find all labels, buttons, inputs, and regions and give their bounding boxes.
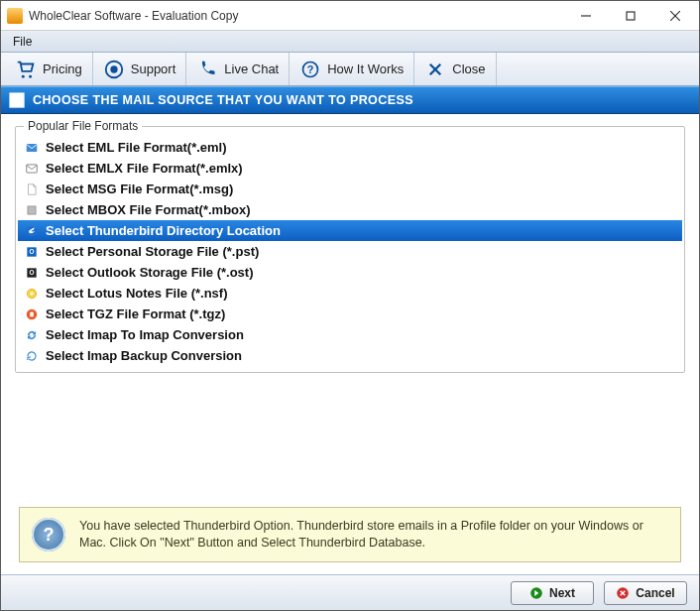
pricing-label: Pricing <box>43 61 82 76</box>
format-row[interactable]: Select Lotus Notes File (*.nsf) <box>18 283 682 304</box>
format-row-label: Select Lotus Notes File (*.nsf) <box>46 286 227 301</box>
format-row-label: Select Outlook Storage File (*.ost) <box>46 265 253 280</box>
livechat-button[interactable]: Live Chat <box>186 53 290 85</box>
backup-icon <box>24 348 40 364</box>
next-label: Next <box>549 586 575 600</box>
cancel-x-icon <box>616 586 630 600</box>
svg-rect-14 <box>28 205 36 213</box>
svg-rect-23 <box>30 311 34 316</box>
lotus-icon <box>24 286 40 302</box>
toolbar-close-label: Close <box>452 61 485 76</box>
cancel-button[interactable]: Cancel <box>604 581 687 605</box>
app-window: WholeClear Software - Evaluation Copy Fi… <box>0 0 700 611</box>
next-button[interactable]: Next <box>511 581 594 605</box>
livechat-label: Live Chat <box>224 61 279 76</box>
window-controls <box>563 1 697 30</box>
phone-icon <box>196 59 218 80</box>
format-row[interactable]: OSelect Personal Storage File (*.pst) <box>18 241 682 262</box>
spacer <box>15 373 685 501</box>
header-icon <box>9 92 25 108</box>
footer-bar: Next Cancel <box>1 574 699 610</box>
toolbar: Pricing Support Live Chat ? How It Works… <box>1 53 699 86</box>
format-row[interactable]: Select TGZ File Format (*.tgz) <box>18 304 682 324</box>
maximize-button[interactable] <box>608 1 652 30</box>
group-legend: Popular File Formats <box>24 119 142 133</box>
window-title: WholeClear Software - Evaluation Copy <box>29 9 563 23</box>
menubar: File <box>1 31 699 53</box>
format-row-label: Select MSG File Format(*.msg) <box>46 182 233 196</box>
format-row[interactable]: Select EMLX File Format(*.emlx) <box>18 158 682 179</box>
outlook-blue-icon: O <box>24 244 40 260</box>
cancel-label: Cancel <box>636 586 674 600</box>
format-row-label: Select Thunderbird Directory Location <box>46 223 281 238</box>
headset-icon <box>103 59 125 80</box>
support-button[interactable]: Support <box>93 53 187 85</box>
close-window-button[interactable] <box>652 1 697 30</box>
tgz-icon <box>24 306 40 322</box>
format-row-label: Select MBOX File Format(*.mbox) <box>46 202 251 217</box>
cart-icon <box>15 59 37 80</box>
svg-text:O: O <box>30 248 35 255</box>
mail-blue-icon <box>24 140 40 156</box>
format-row-label: Select EMLX File Format(*.emlx) <box>46 161 243 176</box>
svg-point-5 <box>29 74 32 77</box>
svg-text:?: ? <box>307 63 314 75</box>
format-row[interactable]: Select Imap Backup Conversion <box>18 345 682 366</box>
thunderbird-icon <box>24 223 40 239</box>
doc-icon <box>24 182 40 197</box>
info-icon: ? <box>32 518 65 551</box>
box-grey-icon <box>24 202 40 218</box>
outlook-black-icon: O <box>24 265 40 281</box>
format-row[interactable]: Select MSG File Format(*.msg) <box>18 179 682 199</box>
close-icon <box>670 11 680 21</box>
format-row[interactable]: Select MBOX File Format(*.mbox) <box>18 199 682 220</box>
support-label: Support <box>131 61 176 76</box>
question-icon: ? <box>299 59 321 80</box>
howitworks-label: How It Works <box>327 61 404 76</box>
app-icon <box>7 8 23 24</box>
svg-point-4 <box>22 74 25 77</box>
svg-rect-12 <box>27 143 38 151</box>
section-header: CHOOSE THE MAIL SOURCE THAT YOU WANT TO … <box>1 86 699 114</box>
sync-icon <box>24 327 40 343</box>
titlebar: WholeClear Software - Evaluation Copy <box>1 1 699 31</box>
pricing-button[interactable]: Pricing <box>5 53 93 85</box>
next-arrow-icon <box>529 586 543 600</box>
x-icon <box>424 59 446 80</box>
menu-file[interactable]: File <box>5 33 40 51</box>
minimize-icon <box>581 11 591 21</box>
format-row-label: Select Personal Storage File (*.pst) <box>46 244 259 259</box>
svg-point-21 <box>30 292 34 296</box>
svg-text:O: O <box>30 269 35 276</box>
svg-point-7 <box>110 65 117 72</box>
howitworks-button[interactable]: ? How It Works <box>290 53 414 85</box>
format-row-label: Select TGZ File Format (*.tgz) <box>46 306 225 321</box>
file-formats-group: Popular File Formats Select EML File For… <box>15 126 685 373</box>
toolbar-close-button[interactable]: Close <box>414 53 496 85</box>
format-row-label: Select Imap Backup Conversion <box>46 348 242 363</box>
info-panel: ? You have selected Thunderbird Option. … <box>19 507 681 562</box>
format-row[interactable]: OSelect Outlook Storage File (*.ost) <box>18 262 682 283</box>
svg-rect-13 <box>27 164 38 172</box>
format-row-label: Select EML File Format(*.eml) <box>46 140 227 155</box>
format-list: Select EML File Format(*.eml)Select EMLX… <box>18 137 682 366</box>
format-row[interactable]: Select Imap To Imap Conversion <box>18 324 682 345</box>
info-text: You have selected Thunderbird Option. Th… <box>79 518 668 551</box>
format-row[interactable]: Select Thunderbird Directory Location <box>18 220 682 241</box>
format-row[interactable]: Select EML File Format(*.eml) <box>18 137 682 158</box>
section-header-text: CHOOSE THE MAIL SOURCE THAT YOU WANT TO … <box>33 93 413 107</box>
maximize-icon <box>626 11 636 21</box>
format-row-label: Select Imap To Imap Conversion <box>46 327 244 342</box>
svg-rect-1 <box>627 12 635 20</box>
mail-gray-icon <box>24 161 40 177</box>
svg-point-15 <box>27 225 38 236</box>
minimize-button[interactable] <box>563 1 608 30</box>
content-area: Popular File Formats Select EML File For… <box>1 114 699 574</box>
